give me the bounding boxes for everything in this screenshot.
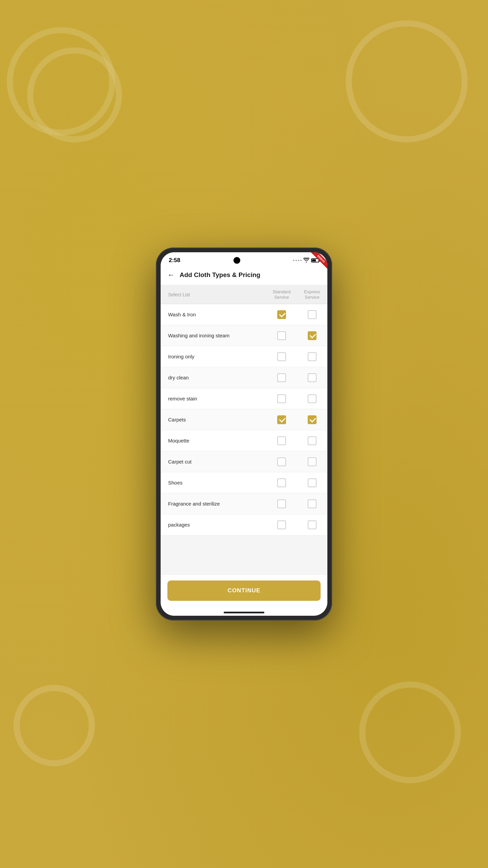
standard-checkbox-cell [266, 331, 297, 340]
table-row: Wash & Iron [161, 304, 327, 325]
status-time: 2:58 [169, 257, 180, 264]
express-checkbox[interactable] [308, 310, 317, 319]
express-checkbox-cell [297, 331, 327, 340]
standard-checkbox[interactable] [277, 394, 286, 403]
standard-checkbox[interactable] [277, 499, 286, 508]
table-row: remove stain [161, 388, 327, 409]
table-row: Moquette [161, 430, 327, 451]
standard-checkbox-cell [266, 394, 297, 403]
express-checkbox-cell [297, 457, 327, 466]
back-button[interactable]: ← [167, 271, 175, 279]
row-label: remove stain [161, 395, 266, 402]
bg-circle-4 [14, 685, 95, 766]
standard-checkbox[interactable] [277, 520, 286, 529]
device-wrapper: 2:58 [156, 248, 332, 620]
table-header: Select List Standard Service Express Ser… [161, 285, 327, 304]
table-row: packages [161, 514, 327, 535]
content-area[interactable]: Select List Standard Service Express Ser… [161, 285, 327, 575]
standard-checkbox[interactable] [277, 310, 286, 319]
express-checkbox-cell [297, 478, 327, 487]
row-label: Wash & Iron [161, 311, 266, 318]
col-select-list: Select List [161, 292, 266, 297]
home-bar [224, 612, 264, 613]
table-row: Carpets [161, 409, 327, 430]
express-checkbox[interactable] [308, 499, 317, 508]
bg-circle-2 [346, 20, 468, 142]
row-label: Carpet cut [161, 458, 266, 465]
phone-frame: 2:58 [156, 248, 332, 620]
standard-checkbox-cell [266, 499, 297, 508]
table-body: Wash & IronWashing and ironing steamIron… [161, 304, 327, 535]
standard-checkbox-cell [266, 478, 297, 487]
table-row: Fragrance and sterilize [161, 493, 327, 514]
standard-checkbox[interactable] [277, 436, 286, 445]
bg-circle-3 [27, 47, 122, 142]
table-row: dry clean [161, 367, 327, 388]
standard-checkbox-cell [266, 352, 297, 361]
express-checkbox-cell [297, 499, 327, 508]
row-label: packages [161, 521, 266, 528]
page-header: ← Add Cloth Types & Pricing [161, 267, 327, 285]
standard-checkbox[interactable] [277, 415, 286, 424]
express-checkbox-cell [297, 373, 327, 382]
standard-checkbox-cell [266, 415, 297, 424]
express-checkbox-cell [297, 310, 327, 319]
row-label: Washing and ironing steam [161, 332, 266, 339]
standard-checkbox[interactable] [277, 457, 286, 466]
row-label: Carpets [161, 416, 266, 423]
standard-checkbox[interactable] [277, 331, 286, 340]
express-checkbox[interactable] [308, 415, 317, 424]
standard-checkbox-cell [266, 310, 297, 319]
express-checkbox[interactable] [308, 436, 317, 445]
express-checkbox[interactable] [308, 331, 317, 340]
row-label: Fragrance and sterilize [161, 500, 266, 507]
status-bar: 2:58 [161, 252, 327, 267]
express-checkbox[interactable] [308, 352, 317, 361]
standard-checkbox-cell [266, 520, 297, 529]
row-label: Moquette [161, 437, 266, 444]
debug-ribbon [307, 252, 327, 273]
phone-screen: 2:58 [161, 252, 327, 616]
row-label: Ironing only [161, 353, 266, 360]
express-checkbox[interactable] [308, 478, 317, 487]
bg-circle-5 [359, 682, 461, 783]
col-standard-service: Standard Service [266, 289, 297, 300]
standard-checkbox-cell [266, 373, 297, 382]
footer: CONTINUE [161, 575, 327, 609]
express-checkbox-cell [297, 520, 327, 529]
row-label: Shoes [161, 479, 266, 486]
standard-checkbox[interactable] [277, 352, 286, 361]
express-checkbox-cell [297, 352, 327, 361]
express-checkbox[interactable] [308, 457, 317, 466]
express-checkbox[interactable] [308, 520, 317, 529]
row-label: dry clean [161, 374, 266, 381]
table-row: Shoes [161, 472, 327, 493]
table-row: Carpet cut [161, 451, 327, 472]
express-checkbox[interactable] [308, 394, 317, 403]
signal-dots-icon [293, 260, 302, 261]
table-row: Washing and ironing steam [161, 325, 327, 346]
standard-checkbox-cell [266, 457, 297, 466]
express-checkbox[interactable] [308, 373, 317, 382]
table-row: Ironing only [161, 346, 327, 367]
home-indicator [161, 609, 327, 616]
standard-checkbox-cell [266, 436, 297, 445]
page-title: Add Cloth Types & Pricing [180, 271, 260, 279]
standard-checkbox[interactable] [277, 373, 286, 382]
continue-button[interactable]: CONTINUE [167, 580, 321, 601]
camera-icon [233, 257, 240, 264]
express-checkbox-cell [297, 415, 327, 424]
standard-checkbox[interactable] [277, 478, 286, 487]
express-checkbox-cell [297, 394, 327, 403]
express-checkbox-cell [297, 436, 327, 445]
col-express-service: Express Service [297, 289, 327, 300]
